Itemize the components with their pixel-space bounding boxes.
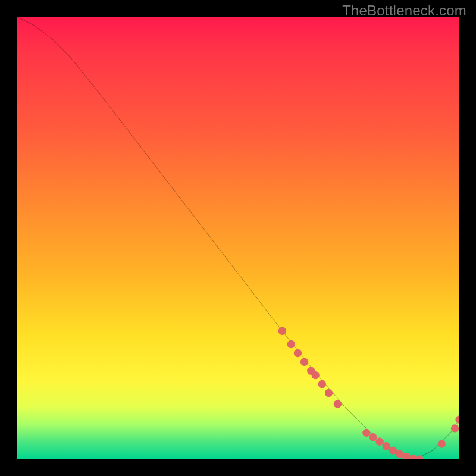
bottleneck-curve — [17, 17, 459, 459]
data-marker — [278, 327, 286, 335]
data-marker — [334, 400, 342, 408]
data-marker — [415, 455, 423, 459]
data-marker — [451, 424, 459, 432]
data-marker — [300, 358, 308, 366]
data-marker — [287, 340, 295, 348]
data-marker — [375, 438, 383, 446]
data-marker — [294, 349, 302, 357]
plot-area — [17, 17, 459, 459]
chart-frame: TheBottleneck.com — [0, 0, 476, 476]
data-marker — [362, 429, 370, 437]
data-marker — [318, 380, 326, 388]
data-marker — [383, 442, 390, 450]
curve-layer — [17, 17, 459, 459]
data-marker — [325, 389, 333, 397]
curve-markers — [278, 327, 459, 459]
watermark-text: TheBottleneck.com — [342, 2, 466, 19]
data-marker — [438, 440, 446, 447]
data-marker — [455, 415, 459, 423]
data-marker — [369, 433, 377, 441]
data-marker — [312, 371, 320, 379]
